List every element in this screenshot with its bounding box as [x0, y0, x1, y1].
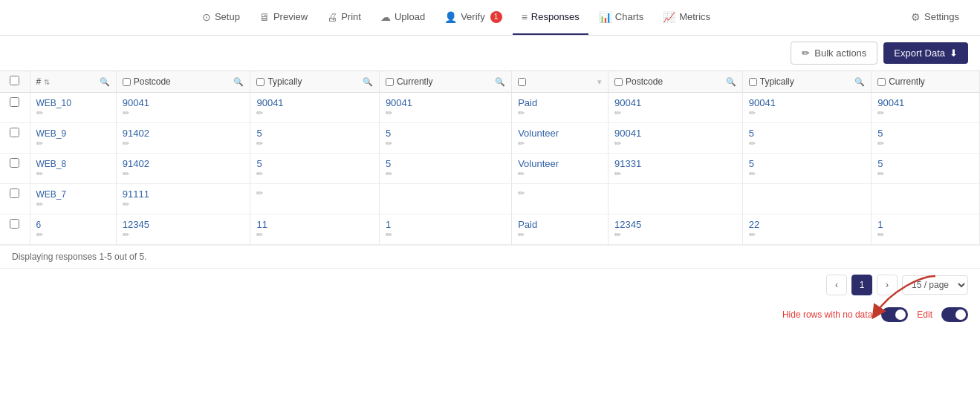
bulk-actions-label: Bulk actions — [814, 47, 866, 59]
table-cell: 12345✏ — [609, 214, 743, 245]
edit-icon[interactable]: ✏ — [36, 200, 110, 209]
row-checkbox[interactable] — [10, 97, 19, 107]
row-checkbox-cell[interactable] — [0, 214, 30, 245]
filter-icon-num[interactable]: 🔍 — [100, 77, 110, 87]
cell-value: 1 — [386, 219, 505, 230]
edit-icon[interactable]: ✏ — [123, 200, 244, 209]
edit-toggle[interactable] — [941, 307, 968, 322]
table-cell: ✏ — [250, 184, 379, 214]
table-row: WEB_9✏91402✏5✏5✏Volunteer✏90041✏5✏5✏ — [0, 123, 980, 154]
edit-icon[interactable]: ✏ — [518, 188, 602, 198]
edit-icon[interactable]: ✏ — [877, 169, 973, 179]
edit-icon[interactable]: ✏ — [877, 108, 973, 118]
hide-rows-toggle[interactable] — [881, 307, 908, 322]
edit-icon[interactable]: ✏ — [877, 139, 973, 148]
filter-icon-col5[interactable]: ▾ — [597, 77, 602, 87]
header-select-all[interactable] — [0, 71, 30, 93]
edit-icon[interactable]: ✏ — [123, 230, 244, 240]
edit-icon[interactable]: ✏ — [614, 230, 736, 240]
edit-icon[interactable]: ✏ — [518, 108, 602, 118]
row-checkbox-cell[interactable] — [0, 93, 30, 123]
nav-print[interactable]: 🖨 Print — [318, 1, 370, 35]
edit-icon[interactable]: ✏ — [749, 169, 865, 179]
table-cell: 5✏ — [250, 154, 379, 184]
edit-icon[interactable]: ✏ — [614, 108, 736, 118]
edit-icon[interactable]: ✏ — [36, 169, 110, 179]
nav-metrics-label: Metrics — [679, 11, 710, 22]
table-cell: 91402✏ — [116, 123, 250, 154]
row-id-cell: 6✏ — [30, 214, 116, 245]
cell-value: 5 — [749, 128, 865, 139]
row-checkbox-cell[interactable] — [0, 184, 30, 214]
typically1-checkbox[interactable] — [256, 78, 265, 86]
edit-icon[interactable]: ✏ — [256, 139, 372, 148]
col5-checkbox[interactable] — [518, 78, 526, 86]
edit-icon[interactable]: ✏ — [256, 188, 372, 198]
typically2-checkbox[interactable] — [749, 78, 757, 86]
edit-icon[interactable]: ✏ — [614, 169, 736, 179]
postcode2-checkbox[interactable] — [614, 78, 623, 86]
filter-icon-postcode2[interactable]: 🔍 — [726, 77, 736, 87]
export-data-button[interactable]: Export Data ⬇ — [883, 42, 968, 64]
edit-icon[interactable]: ✏ — [386, 169, 505, 179]
current-page-button[interactable]: 1 — [851, 275, 872, 295]
edit-icon[interactable]: ✏ — [386, 139, 505, 148]
row-checkbox[interactable] — [10, 158, 19, 168]
table-cell: 90041✏ — [116, 93, 250, 123]
nav-setup[interactable]: ⊙ Setup — [193, 1, 249, 35]
table-cell: 90041✏ — [742, 93, 871, 123]
edit-icon[interactable]: ✏ — [518, 169, 602, 179]
filter-icon-typically2[interactable]: 🔍 — [854, 77, 865, 87]
nav-upload[interactable]: ☁ Upload — [371, 1, 434, 35]
bulk-actions-button[interactable]: ✏ Bulk actions — [791, 42, 877, 65]
table-row: WEB_8✏91402✏5✏5✏Volunteer✏91331✏5✏5✏ — [0, 154, 980, 184]
edit-icon[interactable]: ✏ — [36, 108, 110, 118]
select-all-checkbox[interactable] — [10, 76, 19, 85]
edit-icon[interactable]: ✏ — [614, 139, 736, 148]
filter-icon-typically1[interactable]: 🔍 — [363, 77, 373, 87]
edit-icon[interactable]: ✏ — [386, 230, 505, 240]
nav-charts[interactable]: 📊 Charts — [590, 1, 652, 35]
currently1-checkbox[interactable] — [386, 78, 394, 86]
edit-icon[interactable]: ✏ — [749, 108, 865, 118]
edit-icon[interactable]: ✏ — [123, 139, 244, 148]
edit-icon[interactable]: ✏ — [749, 139, 865, 148]
row-id-cell: WEB_8✏ — [30, 154, 116, 184]
nav-setup-label: Setup — [215, 11, 240, 22]
edit-icon[interactable]: ✏ — [123, 108, 244, 118]
edit-icon[interactable]: ✏ — [256, 230, 372, 240]
edit-icon[interactable]: ✏ — [877, 230, 973, 240]
row-checkbox[interactable] — [10, 188, 19, 198]
row-checkbox-cell[interactable] — [0, 123, 30, 154]
edit-icon[interactable]: ✏ — [256, 108, 372, 118]
prev-page-button[interactable]: ‹ — [826, 275, 847, 295]
edit-icon[interactable]: ✏ — [386, 108, 505, 118]
row-checkbox[interactable] — [10, 219, 19, 229]
nav-responses[interactable]: ≡ Responses — [513, 1, 588, 35]
per-page-select[interactable]: 15 / page — [902, 275, 968, 295]
edit-icon[interactable]: ✏ — [518, 139, 602, 148]
filter-icon-postcode1[interactable]: 🔍 — [233, 77, 244, 87]
postcode1-checkbox[interactable] — [123, 78, 131, 86]
nav-metrics[interactable]: 📈 Metrics — [654, 1, 719, 35]
filter-icon-currently1[interactable]: 🔍 — [495, 77, 505, 87]
edit-icon[interactable]: ✏ — [36, 230, 110, 240]
row-checkbox[interactable] — [10, 128, 19, 137]
cell-value: 5 — [256, 128, 372, 139]
edit-icon[interactable]: ✏ — [36, 139, 110, 148]
nav-preview[interactable]: 🖥 Preview — [250, 1, 317, 35]
edit-icon[interactable]: ✏ — [256, 169, 372, 179]
table-cell — [742, 184, 871, 214]
edit-icon[interactable]: ✏ — [749, 230, 865, 240]
sort-icon[interactable]: ⇅ — [44, 78, 50, 86]
nav-verify[interactable]: 👤 Verify 1 — [435, 1, 511, 35]
table-cell — [609, 184, 743, 214]
row-checkbox-cell[interactable] — [0, 154, 30, 184]
edit-icon[interactable]: ✏ — [518, 230, 602, 240]
edit-icon[interactable]: ✏ — [123, 169, 244, 179]
row-col5-cell: Paid✏ — [512, 93, 609, 123]
table-cell: 5✏ — [250, 123, 379, 154]
currently2-checkbox[interactable] — [877, 78, 886, 86]
nav-settings[interactable]: ⚙ Settings — [902, 1, 968, 35]
next-page-button[interactable]: › — [877, 275, 898, 295]
